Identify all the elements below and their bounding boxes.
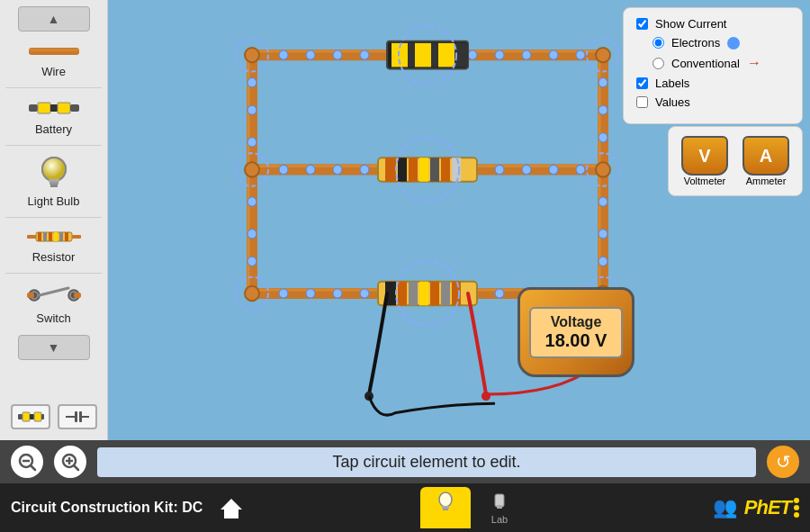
divider-2: [5, 145, 102, 146]
svg-rect-2: [29, 104, 38, 112]
svg-rect-30: [30, 414, 34, 419]
svg-point-51: [245, 48, 259, 62]
svg-point-55: [245, 286, 259, 301]
divider-1: [5, 87, 102, 88]
values-checkbox[interactable]: [636, 96, 648, 108]
zoom-in-button[interactable]: [54, 446, 86, 478]
svg-rect-128: [441, 282, 450, 305]
labels-label[interactable]: Labels: [655, 77, 689, 90]
svg-point-8: [42, 158, 66, 181]
tab-intro-label: Intro: [436, 514, 455, 525]
sidebar-item-wire[interactable]: Wire: [0, 34, 107, 86]
meter-panel: Voltmeter Ammeter: [668, 126, 803, 196]
zoom-in-icon: [60, 452, 80, 472]
resistor-icon: [25, 227, 83, 247]
svg-point-65: [495, 50, 504, 59]
svg-point-103: [598, 230, 608, 239]
svg-rect-115: [398, 158, 407, 181]
ammeter-tool-icon: [742, 136, 789, 176]
main-area: ▲ Wire B: [0, 0, 810, 440]
show-current-checkbox[interactable]: [636, 18, 648, 30]
voltmeter-tool[interactable]: Voltmeter: [681, 136, 728, 186]
svg-point-69: [598, 78, 608, 87]
svg-point-89: [248, 257, 256, 266]
person-icon[interactable]: 👥: [713, 496, 737, 519]
battery-icon: [27, 97, 81, 119]
svg-rect-110: [438, 43, 454, 67]
svg-rect-4: [50, 104, 58, 112]
svg-point-57: [279, 50, 288, 59]
scroll-up-button[interactable]: ▲: [18, 6, 90, 32]
svg-rect-16: [49, 232, 52, 241]
labels-checkbox[interactable]: [636, 77, 648, 89]
svg-point-75: [360, 165, 369, 174]
show-current-label[interactable]: Show Current: [655, 17, 726, 31]
battery-label: Battery: [35, 122, 72, 136]
canvas-area[interactable]: Voltage 18.00 V Show Current Electrons: [108, 0, 810, 440]
battery-small-icon: [17, 410, 44, 424]
phet-logo: PhET: [744, 496, 799, 519]
capacitor-icon: [64, 410, 91, 424]
svg-rect-31: [34, 412, 41, 421]
svg-point-67: [549, 50, 558, 59]
status-text: Tap circuit element to edit.: [97, 447, 756, 477]
phet-dot-3: [794, 512, 799, 518]
svg-rect-114: [385, 158, 396, 181]
control-panel: Show Current Electrons Conventional → La…: [623, 7, 803, 124]
svg-rect-34: [75, 411, 77, 422]
svg-rect-124: [398, 282, 407, 305]
scroll-down-button[interactable]: ▼: [18, 335, 90, 360]
phet-dots: [794, 498, 799, 518]
tab-intro[interactable]: Intro: [420, 487, 471, 528]
svg-point-87: [248, 197, 256, 206]
svg-rect-126: [419, 282, 428, 305]
svg-point-64: [468, 50, 477, 59]
svg-rect-148: [442, 506, 449, 509]
ammeter-tool[interactable]: Ammeter: [742, 136, 789, 186]
svg-rect-118: [430, 158, 439, 181]
divider-3: [5, 217, 102, 218]
conventional-label[interactable]: Conventional: [671, 57, 740, 70]
zoom-out-button[interactable]: [11, 446, 43, 478]
sidebar-item-switch[interactable]: Switch: [0, 275, 107, 332]
wire-icon: [25, 41, 83, 61]
home-button[interactable]: [209, 483, 254, 532]
conventional-row: Conventional →: [636, 55, 789, 71]
svg-line-145: [74, 465, 78, 470]
svg-point-93: [360, 289, 369, 298]
svg-point-72: [279, 165, 288, 174]
voltmeter-screen: Voltage 18.00 V: [529, 307, 624, 358]
electrons-row: Electrons: [636, 36, 789, 50]
home-icon: [219, 495, 244, 520]
svg-rect-107: [408, 43, 415, 67]
electrons-label[interactable]: Electrons: [671, 36, 720, 50]
svg-point-66: [522, 50, 531, 59]
sidebar-item-resistor[interactable]: Resistor: [0, 220, 107, 271]
svg-rect-12: [27, 235, 36, 239]
phet-dot-2: [794, 505, 799, 510]
svg-rect-149: [443, 509, 448, 510]
svg-point-80: [495, 165, 504, 174]
svg-rect-17: [54, 232, 58, 241]
footer-btn-1[interactable]: [11, 404, 50, 429]
svg-rect-116: [409, 158, 418, 181]
refresh-button[interactable]: ↺: [767, 446, 799, 478]
sidebar-item-bulb[interactable]: Light Bulb: [0, 148, 107, 215]
conventional-arrow-icon: →: [747, 55, 761, 71]
svg-rect-14: [38, 232, 41, 241]
svg-rect-32: [41, 414, 44, 419]
electrons-radio[interactable]: [652, 37, 664, 49]
svg-point-71: [598, 133, 608, 142]
values-label[interactable]: Values: [655, 95, 690, 109]
svg-point-59: [333, 50, 342, 59]
conventional-radio[interactable]: [652, 58, 664, 69]
switch-label: Switch: [36, 311, 70, 325]
svg-rect-9: [49, 179, 59, 182]
sidebar-item-battery[interactable]: Battery: [0, 90, 107, 143]
voltmeter-device[interactable]: Voltage 18.00 V: [518, 287, 634, 386]
svg-rect-11: [50, 185, 58, 187]
svg-point-83: [576, 165, 585, 174]
footer-btn-2[interactable]: [58, 404, 97, 429]
tab-lab[interactable]: Lab: [474, 487, 525, 528]
svg-marker-146: [220, 499, 242, 518]
